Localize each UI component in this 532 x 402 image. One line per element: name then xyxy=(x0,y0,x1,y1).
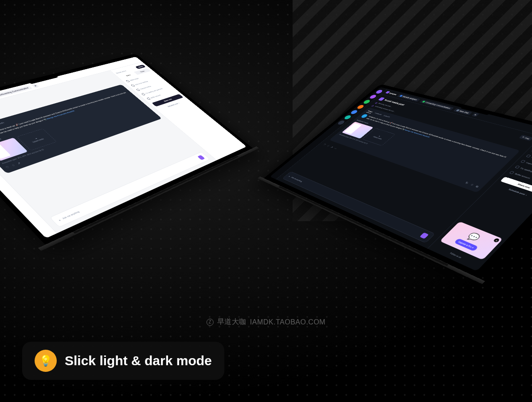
new-tab-button[interactable]: + xyxy=(471,113,479,117)
chat-input[interactable]: ✦Ask me anything xyxy=(50,152,211,227)
share-icon[interactable]: ↗ xyxy=(330,146,334,148)
dislike-icon[interactable]: ♢ xyxy=(11,164,16,167)
share-icon[interactable]: ↗ xyxy=(16,162,22,165)
chat-input[interactable]: ✦Ask me anything xyxy=(282,172,435,243)
feature-badge: 💡 Slick light & dark mode xyxy=(22,342,224,380)
more-icon[interactable]: ⋯ xyxy=(333,147,338,150)
upload-icon: ☁ xyxy=(34,137,38,139)
watermark-icon: Z xyxy=(207,319,214,326)
app-logo[interactable]: synapse xyxy=(385,91,398,95)
bookmark-icon[interactable]: ☆ xyxy=(469,183,474,187)
like-icon[interactable]: ♡ xyxy=(5,166,10,169)
copy-icon[interactable]: ⧉ xyxy=(474,185,479,188)
tab-linkedin[interactable]: LinkedIn xyxy=(382,115,391,119)
send-button[interactable] xyxy=(419,232,429,239)
lightbulb-icon: 💡 xyxy=(35,350,57,372)
send-button[interactable] xyxy=(197,155,205,160)
tab-facebook[interactable]: Facebook xyxy=(373,112,382,116)
new-tab-button[interactable]: + xyxy=(31,84,39,88)
badge-text: Slick light & dark mode xyxy=(65,353,212,368)
watermark: Z 早道大咖 IAMDK.TAOBAO.COM xyxy=(207,317,325,327)
promo-card: ✕ 💬 Upgrade to Pro ✦ xyxy=(440,222,503,260)
share-button[interactable]: Share xyxy=(135,65,146,69)
tab-twitter[interactable]: Twitter xyxy=(366,110,373,114)
results-label: Results action xyxy=(116,70,127,74)
upload-icon: ☁ xyxy=(378,135,381,137)
regenerate-icon[interactable]: ↻ xyxy=(464,181,469,185)
like-icon[interactable]: ♡ xyxy=(323,143,327,146)
copy-button[interactable]: ⧉Copy xyxy=(519,135,532,141)
dislike-icon[interactable]: ♢ xyxy=(326,144,330,147)
tab-linkedin[interactable]: LinkedIn xyxy=(0,122,6,127)
